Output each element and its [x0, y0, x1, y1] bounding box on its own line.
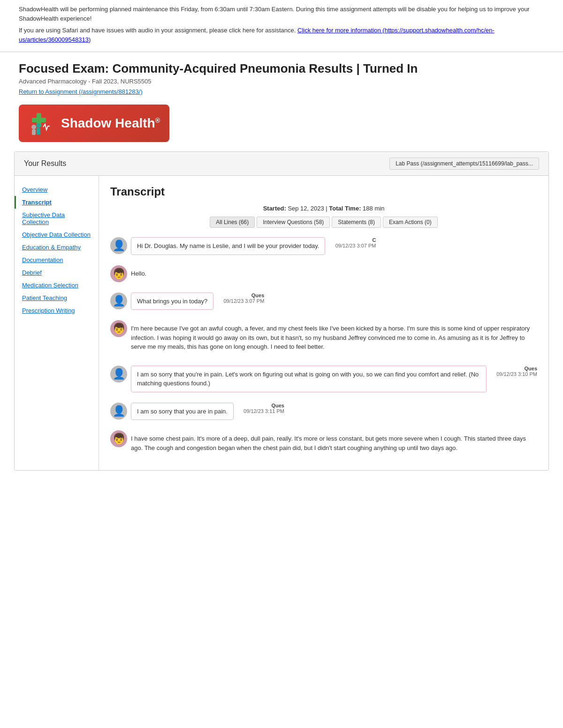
chat-entry-4: 👤 I am so sorry that you're in pain. Let… [110, 366, 537, 392]
patient-icon-6: 👦 [113, 434, 125, 444]
entry-meta-4: Ques 09/12/23 3:10 PM [490, 366, 537, 377]
chat-entry-0: 👤 Hi Dr. Douglas. My name is Leslie, and… [110, 237, 537, 255]
main-content: Transcript Started: Sep 12, 2023 | Total… [99, 176, 548, 470]
filter-tabs: All Lines (66) Interview Questions (58) … [110, 217, 537, 228]
transcript-heading: Transcript [110, 185, 537, 198]
sidebar-item-overview[interactable]: Overview [15, 183, 99, 196]
avatar-provider-2: 👤 [110, 293, 127, 309]
avatar-patient-1: 👦 [110, 265, 127, 282]
results-body: Overview Transcript Subjective Data Coll… [15, 176, 548, 470]
entry-right-0: Hi Dr. Douglas. My name is Leslie, and I… [131, 237, 537, 255]
provider-icon-4: 👤 [113, 369, 125, 379]
chat-entry-3: 👦 I'm here because I've got an awful cou… [110, 320, 537, 355]
return-link-container: Return to Assignment (/assignments/88128… [19, 88, 544, 95]
results-header: Your Results Lab Pass (/assignment_attem… [15, 152, 548, 176]
transcript-meta: Started: Sep 12, 2023 | Total Time: 188 … [110, 205, 537, 212]
bubble-4: I am so sorry that you're in pain. Let's… [131, 366, 487, 392]
filter-tab-exam[interactable]: Exam Actions (0) [383, 217, 438, 228]
logo-area: Shadow Health® [0, 100, 563, 151]
sidebar-item-education[interactable]: Education & Empathy [15, 241, 99, 254]
svg-point-4 [36, 123, 41, 128]
svg-rect-3 [32, 129, 36, 135]
entry-meta-2: Ques 09/12/23 3:07 PM [217, 293, 264, 304]
svg-rect-1 [32, 118, 46, 122]
provider-icon-0: 👤 [113, 240, 125, 251]
svg-point-2 [31, 125, 36, 129]
lab-pass-button[interactable]: Lab Pass (/assignment_attempts/15116699/… [389, 158, 539, 170]
avatar-patient-6: 👦 [110, 430, 127, 447]
return-link[interactable]: Return to Assignment (/assignments/88128… [19, 88, 143, 95]
maintenance-text: ShadowHealth will be performing planned … [19, 5, 544, 23]
avatar-provider-5: 👤 [110, 403, 127, 420]
chat-entry-1: 👦 Hello. [110, 265, 537, 282]
bubble-3: I'm here because I've got an awful cough… [131, 320, 537, 355]
sidebar-item-transcript[interactable]: Transcript [15, 196, 99, 209]
bubble-1: Hello. [131, 265, 152, 282]
filter-tab-statements[interactable]: Statements (8) [332, 217, 381, 228]
entry-right-3: I'm here because I've got an awful cough… [131, 320, 537, 355]
chat-entry-5: 👤 I am so sorry that you are in pain. Qu… [110, 403, 537, 420]
results-heading: Your Results [24, 159, 66, 168]
sidebar-item-teaching[interactable]: Patient Teaching [15, 292, 99, 304]
page-title: Focused Exam: Community-Acquired Pneumon… [19, 61, 544, 76]
sidebar-item-subjective[interactable]: Subjective Data Collection [15, 209, 99, 228]
avatar-provider-0: 👤 [110, 237, 127, 254]
safari-text: If you are using Safari and have issues … [19, 26, 544, 44]
patient-icon-3: 👦 [113, 323, 125, 334]
maintenance-banner: ShadowHealth will be performing planned … [0, 0, 563, 52]
entry-meta-5: Ques 09/12/23 3:11 PM [237, 403, 284, 414]
entry-right-2: What brings you in today? Ques 09/12/23 … [131, 293, 537, 310]
chat-entry-2: 👤 What brings you in today? Ques 09/12/2… [110, 293, 537, 310]
chat-area: 👤 Hi Dr. Douglas. My name is Leslie, and… [110, 237, 537, 461]
provider-icon-5: 👤 [113, 406, 125, 416]
sidebar-item-medication[interactable]: Medication Selection [15, 279, 99, 292]
avatar-provider-4: 👤 [110, 366, 127, 383]
logo-text: Shadow Health® [61, 116, 160, 131]
entry-right-4: I am so sorry that you're in pain. Let's… [131, 366, 537, 392]
entry-meta-0: C 09/12/23 3:07 PM [329, 237, 376, 248]
avatar-patient-3: 👦 [110, 320, 127, 337]
bubble-6: I have some chest pain. It's more of a d… [131, 430, 537, 456]
shadowhealth-logo: Shadow Health® [19, 105, 169, 142]
sidebar-item-documentation[interactable]: Documentation [15, 254, 99, 266]
entry-right-1: Hello. [131, 265, 537, 282]
chat-entry-6: 👦 I have some chest pain. It's more of a… [110, 430, 537, 456]
svg-rect-5 [37, 128, 40, 135]
entry-right-5: I am so sorry that you are in pain. Ques… [131, 403, 537, 420]
patient-icon-1: 👦 [113, 269, 125, 279]
sidebar-item-debrief[interactable]: Debrief [15, 266, 99, 279]
sidebar-item-prescription[interactable]: Prescription Writing [15, 304, 99, 317]
bubble-0: Hi Dr. Douglas. My name is Leslie, and I… [131, 237, 325, 255]
page-header: Focused Exam: Community-Acquired Pneumon… [0, 52, 563, 100]
sidebar: Overview Transcript Subjective Data Coll… [15, 176, 99, 470]
logo-icon [28, 109, 56, 137]
filter-tab-interview[interactable]: Interview Questions (58) [257, 217, 330, 228]
bubble-2: What brings you in today? [131, 293, 213, 310]
provider-icon-2: 👤 [113, 296, 125, 306]
page-subtitle: Advanced Pharmacology - Fall 2023, NURS5… [19, 78, 544, 85]
bubble-5: I am so sorry that you are in pain. [131, 403, 234, 420]
entry-right-6: I have some chest pain. It's more of a d… [131, 430, 537, 456]
results-container: Your Results Lab Pass (/assignment_attem… [14, 151, 549, 471]
filter-tab-all[interactable]: All Lines (66) [210, 217, 255, 228]
sidebar-item-objective[interactable]: Objective Data Collection [15, 228, 99, 241]
